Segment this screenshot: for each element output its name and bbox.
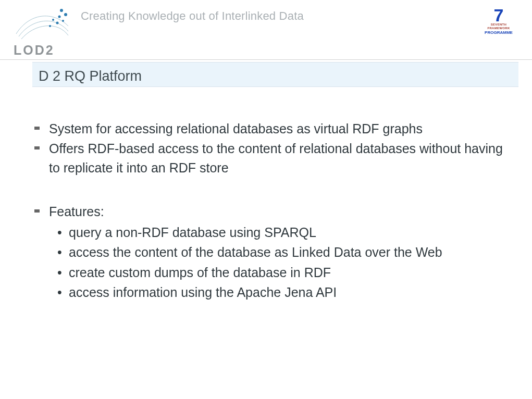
svg-point-0	[60, 9, 63, 12]
svg-point-4	[52, 19, 54, 21]
slide-tagline: Creating Knowledge out of Interlinked Da…	[81, 9, 304, 23]
bullet-item: Features:query a non-RDF database using …	[34, 202, 511, 302]
svg-point-6	[49, 25, 51, 27]
logo-swirl-icon	[14, 5, 71, 42]
slide-title: D 2 RQ Platform	[39, 68, 142, 84]
svg-point-2	[58, 16, 61, 18]
bullet-item: System for accessing relational database…	[34, 119, 511, 138]
slide-header: Creating Knowledge out of Interlinked Da…	[0, 0, 532, 60]
sub-bullet-item: access the content of the database as Li…	[57, 243, 511, 261]
bullet-text: Offers RDF-based access to the content o…	[49, 141, 503, 174]
bullet-text: System for accessing relational database…	[49, 121, 423, 136]
logo-lod2-text: LOD2	[14, 43, 55, 58]
fp7-number: 7	[483, 7, 514, 23]
sub-bullet-item: access information using the Apache Jena…	[57, 283, 511, 302]
svg-point-3	[56, 22, 59, 24]
bullet-text: Features:	[49, 204, 104, 219]
fp7-mid-text: SEVENTH FRAMEWORK	[483, 23, 514, 30]
fp7-logo-icon: 7 SEVENTH FRAMEWORK PROGRAMME	[483, 7, 514, 36]
slide-title-bar: D 2 RQ Platform	[32, 62, 518, 87]
sub-bullet-item: create custom dumps of the database in R…	[57, 263, 511, 282]
sub-bullet-list: query a non-RDF database using SPARQLacc…	[57, 223, 511, 302]
svg-point-1	[64, 13, 67, 16]
svg-point-5	[62, 20, 64, 22]
sub-bullet-item: query a non-RDF database using SPARQL	[57, 223, 511, 242]
slide: Creating Knowledge out of Interlinked Da…	[0, 0, 532, 399]
bullet-item: Offers RDF-based access to the content o…	[34, 139, 511, 177]
slide-content: System for accessing relational database…	[0, 119, 532, 302]
bullet-list: System for accessing relational database…	[34, 119, 511, 302]
fp7-bot-text: PROGRAMME	[483, 30, 514, 35]
